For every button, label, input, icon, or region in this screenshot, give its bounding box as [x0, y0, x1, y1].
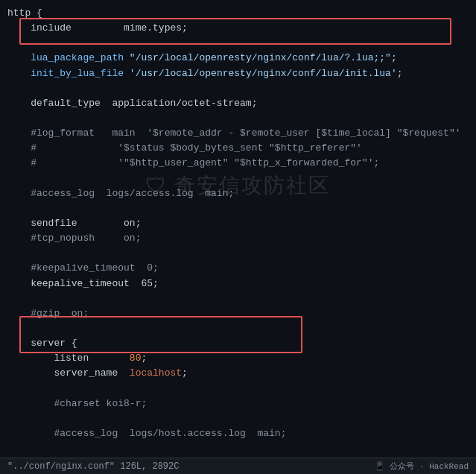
- file-info: "../conf/nginx.conf" 126L, 2892C: [7, 461, 179, 472]
- wx-badge: 📱 公众号 · HackRead: [375, 461, 469, 472]
- bottom-bar: "../conf/nginx.conf" 126L, 2892C 📱 公众号 ·…: [0, 458, 476, 474]
- code-line: listen 80;: [7, 351, 469, 366]
- wechat-icon: 📱: [375, 462, 385, 471]
- code-line: [7, 246, 469, 261]
- code-line: [7, 411, 469, 426]
- code-line: #charset koi8-r;: [7, 396, 469, 411]
- code-line: default_type application/octet-stream;: [7, 96, 469, 111]
- code-line: [7, 291, 469, 306]
- code-line: #log_format main '$remote_addr - $remote…: [7, 126, 469, 141]
- code-line: #gzip on;: [7, 306, 469, 321]
- code-line-lua-path: lua_package_path "/usr/local/openresty/n…: [7, 51, 469, 66]
- code-line: keepalive_timeout 65;: [7, 276, 469, 291]
- code-line: # '$status $body_bytes_sent "$http_refer…: [7, 141, 469, 156]
- code-line: [7, 111, 469, 126]
- code-line: [7, 171, 469, 186]
- code-line: [7, 441, 469, 456]
- code-line: [7, 382, 469, 396]
- code-line: [7, 81, 469, 96]
- code-line: http {: [7, 6, 469, 21]
- code-line: [7, 201, 469, 216]
- code-line-lua-file: init_by_lua_file '/usr/local/openresty/n…: [7, 66, 469, 81]
- code-line: #access_log logs/host.access.log main;: [7, 426, 469, 441]
- code-viewer: 🛡 奇安信攻防社区 http { include mime.types; lua…: [0, 0, 476, 474]
- code-line: [7, 321, 469, 336]
- code-line: server {: [7, 336, 469, 351]
- code-line: sendfile on;: [7, 216, 469, 231]
- bottom-bar-right: 📱 公众号 · HackRead: [375, 461, 469, 472]
- code-line: [7, 36, 469, 51]
- code-line-server-name: server_name localhost;: [7, 366, 469, 381]
- code-line: #access_log logs/access.log main;: [7, 186, 469, 201]
- code-line: # '"$http_user_agent" "$http_x_forwarded…: [7, 156, 469, 171]
- code-line: include mime.types;: [7, 21, 469, 36]
- code-line: #keepalive_timeout 0;: [7, 261, 469, 276]
- code-line: #tcp_nopush on;: [7, 231, 469, 246]
